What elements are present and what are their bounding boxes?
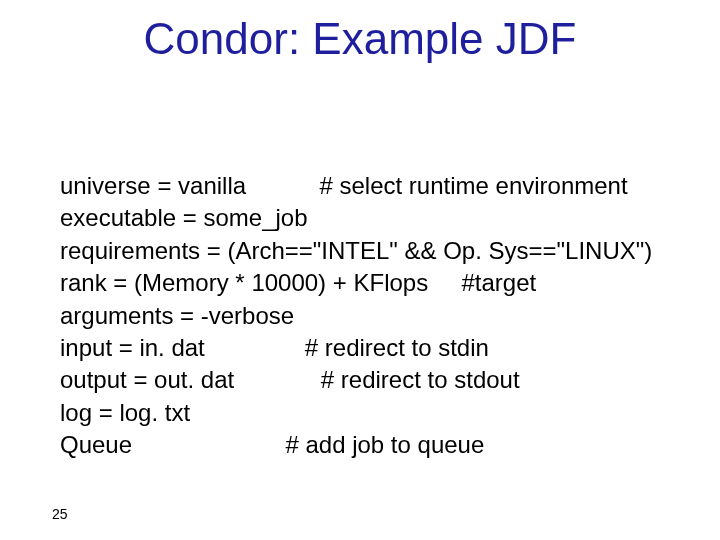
slide-title: Condor: Example JDF [0, 14, 720, 64]
code-line: arguments = -verbose [60, 302, 294, 329]
code-line: log = log. txt [60, 399, 190, 426]
code-line: universe = vanilla # select runtime envi… [60, 172, 628, 199]
code-block: universe = vanilla # select runtime envi… [60, 170, 680, 462]
code-line: Queue # add job to queue [60, 431, 484, 458]
code-line: output = out. dat # redirect to stdout [60, 366, 520, 393]
code-line: requirements = (Arch=="INTEL" && Op. Sys… [60, 237, 652, 264]
slide: Condor: Example JDF universe = vanilla #… [0, 0, 720, 540]
code-line: rank = (Memory * 10000) + KFlops #target [60, 269, 536, 296]
code-line: executable = some_job [60, 204, 308, 231]
page-number: 25 [52, 506, 68, 522]
code-line: input = in. dat # redirect to stdin [60, 334, 489, 361]
